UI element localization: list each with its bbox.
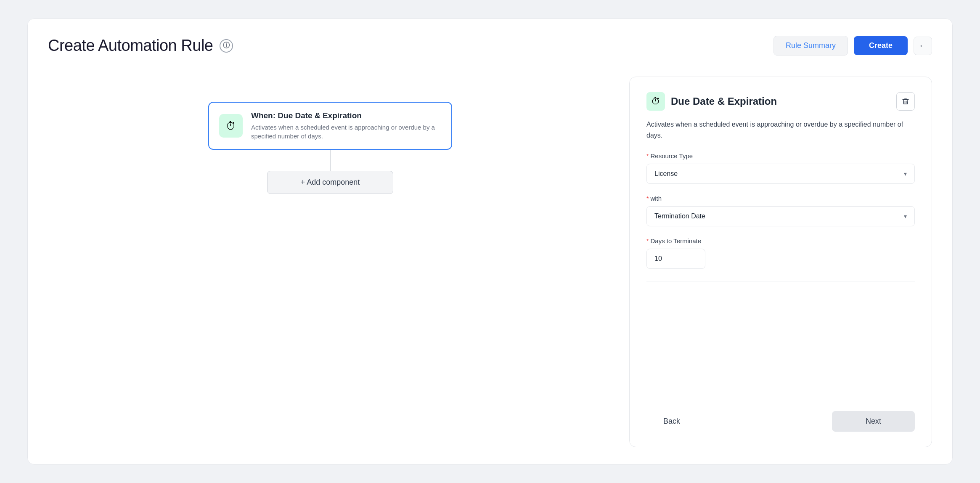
divider (646, 281, 915, 282)
next-button[interactable]: Next (832, 411, 915, 432)
with-field: * with Termination Date ▾ (646, 195, 915, 226)
flow-panel: ⏱ When: Due Date & Expiration Activates … (48, 77, 612, 447)
with-value: Termination Date (654, 212, 705, 220)
detail-header: ⏱ Due Date & Expiration (646, 92, 915, 111)
with-select[interactable]: Termination Date ▾ (646, 206, 915, 226)
detail-timer-icon: ⏱ (651, 96, 660, 107)
timer-icon: ⏱ (225, 119, 236, 133)
add-component-button[interactable]: + Add component (267, 171, 393, 194)
node-icon-wrapper: ⏱ (219, 114, 243, 138)
rule-summary-button[interactable]: Rule Summary (773, 36, 848, 56)
page-title: Create Automation Rule (48, 37, 213, 55)
days-input[interactable] (646, 249, 705, 269)
node-text: When: Due Date & Expiration Activates wh… (251, 111, 441, 141)
detail-description: Activates when a scheduled event is appr… (646, 119, 915, 141)
flow-node-due-date[interactable]: ⏱ When: Due Date & Expiration Activates … (208, 102, 452, 150)
days-label: * Days to Terminate (646, 237, 915, 244)
back-button[interactable]: Back (646, 411, 697, 432)
detail-icon-wrapper: ⏱ (646, 92, 665, 111)
required-star-2: * (646, 195, 649, 202)
create-button[interactable]: Create (854, 36, 908, 55)
resource-type-field: * Resource Type License ▾ (646, 152, 915, 184)
with-label: * with (646, 195, 915, 202)
header-left: Create Automation Rule ⓘ (48, 37, 233, 55)
resource-type-label: * Resource Type (646, 152, 915, 159)
detail-panel: ⏱ Due Date & Expiration (629, 77, 932, 447)
chevron-down-icon-2: ▾ (904, 213, 907, 220)
detail-header-left: ⏱ Due Date & Expiration (646, 92, 777, 111)
back-arrow-button[interactable]: ← (914, 37, 932, 55)
info-icon[interactable]: ⓘ (220, 39, 233, 53)
required-star-3: * (646, 238, 649, 244)
node-description: Activates when a scheduled event is appr… (251, 123, 441, 141)
header-right: Rule Summary Create ← (773, 36, 932, 56)
delete-button[interactable] (896, 92, 915, 111)
chevron-down-icon: ▾ (904, 170, 907, 177)
content-area: ⏱ When: Due Date & Expiration Activates … (48, 77, 932, 447)
resource-type-select[interactable]: License ▾ (646, 164, 915, 184)
page-header: Create Automation Rule ⓘ Rule Summary Cr… (48, 36, 932, 56)
required-star-1: * (646, 153, 649, 159)
detail-footer: Back Next (646, 403, 915, 432)
resource-type-value: License (654, 170, 678, 178)
node-title: When: Due Date & Expiration (251, 111, 441, 120)
days-field: * Days to Terminate (646, 237, 915, 269)
detail-title: Due Date & Expiration (671, 96, 777, 107)
flow-connector (330, 150, 331, 171)
